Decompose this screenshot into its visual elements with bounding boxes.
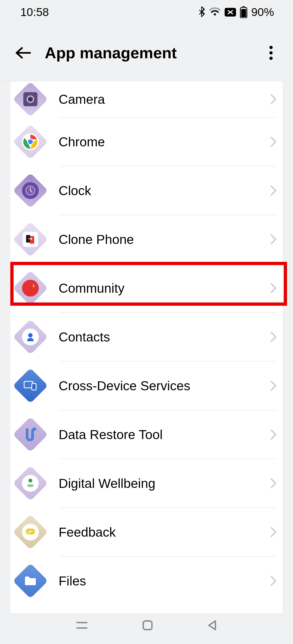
app-icon-clock: [18, 178, 43, 203]
app-icon-feedback: [18, 520, 43, 545]
app-icon-data-restore: [18, 422, 43, 447]
nav-back-button[interactable]: [207, 619, 218, 632]
nav-recent-button[interactable]: [75, 620, 88, 632]
close-badge-icon: [225, 8, 236, 17]
wifi-icon: [209, 7, 221, 17]
app-label: Digital Wellbeing: [59, 476, 270, 491]
app-row-digital-wellbeing[interactable]: Digital Wellbeing: [10, 459, 283, 507]
nav-home-button[interactable]: [142, 619, 154, 632]
svg-rect-3: [241, 9, 246, 17]
chevron-right-icon: [270, 94, 277, 105]
chevron-right-icon: [270, 234, 277, 245]
status-right: 90%: [198, 6, 274, 19]
more-vert-icon: [269, 46, 273, 60]
chevron-right-icon: [270, 331, 277, 342]
chevron-right-icon: [270, 283, 277, 294]
app-row-camera[interactable]: Camera: [10, 81, 283, 117]
svg-point-17: [28, 333, 33, 337]
app-icon-contacts: [18, 324, 43, 349]
triangle-left-icon: [207, 619, 218, 631]
svg-point-8: [29, 98, 32, 101]
bluetooth-icon: [198, 7, 205, 18]
app-label: Contacts: [59, 330, 270, 344]
square-icon: [142, 619, 154, 631]
status-time: 10:58: [20, 6, 49, 19]
chevron-right-icon: [270, 575, 277, 586]
svg-point-21: [28, 479, 32, 482]
battery-percent: 90%: [251, 6, 274, 19]
chevron-right-icon: [270, 527, 277, 537]
app-icon-files: [18, 568, 43, 593]
svg-rect-15: [30, 236, 34, 244]
app-icon-clone-phone: [18, 227, 43, 252]
navigation-bar: [0, 608, 293, 644]
app-list: Camera Chrome: [10, 81, 283, 613]
header: App management: [0, 24, 293, 81]
menu-icon: [75, 620, 88, 631]
status-bar: 10:58 90%: [0, 0, 293, 24]
svg-point-5: [269, 51, 273, 54]
app-row-data-restore[interactable]: Data Restore Tool: [10, 410, 283, 459]
app-row-cross-device[interactable]: Cross-Device Services: [10, 362, 283, 410]
svg-point-11: [28, 139, 33, 144]
app-label: Data Restore Tool: [59, 427, 270, 442]
chevron-right-icon: [270, 380, 277, 391]
app-icon-chrome: [18, 129, 43, 154]
app-row-contacts[interactable]: Contacts: [10, 313, 283, 361]
back-button[interactable]: [15, 44, 32, 61]
app-icon-community: 1: [18, 276, 43, 301]
app-row-clock[interactable]: Clock: [10, 166, 283, 215]
chevron-right-icon: [270, 185, 277, 196]
app-label: Chrome: [59, 134, 270, 149]
app-label: Cross-Device Services: [59, 378, 270, 393]
app-label: Feedback: [59, 525, 270, 540]
app-icon-cross-device: [18, 373, 43, 398]
app-label: Clone Phone: [59, 232, 270, 247]
app-row-community[interactable]: 1 Community: [10, 264, 283, 312]
app-label: Clock: [59, 183, 270, 198]
page-title: App management: [45, 44, 263, 62]
app-label: Community: [59, 281, 270, 296]
svg-rect-19: [32, 384, 36, 390]
svg-text:1: 1: [33, 284, 35, 288]
app-row-files[interactable]: Files: [10, 557, 283, 605]
chevron-right-icon: [270, 478, 277, 489]
svg-point-6: [269, 57, 273, 60]
app-label: Camera: [59, 92, 270, 107]
app-row-feedback[interactable]: Feedback: [10, 508, 283, 556]
svg-point-4: [269, 46, 273, 49]
arrow-left-icon: [15, 47, 31, 59]
chevron-right-icon: [270, 429, 277, 440]
app-row-chrome[interactable]: Chrome: [10, 118, 283, 166]
svg-point-20: [33, 427, 36, 431]
app-icon-digital-wellbeing: [18, 471, 43, 496]
battery-icon: [240, 6, 247, 18]
app-icon-camera: [18, 87, 43, 112]
svg-rect-23: [143, 621, 152, 630]
more-button[interactable]: [263, 44, 279, 61]
app-label: Files: [59, 574, 270, 588]
app-row-clone-phone[interactable]: Clone Phone: [10, 215, 283, 263]
chevron-right-icon: [270, 136, 277, 147]
